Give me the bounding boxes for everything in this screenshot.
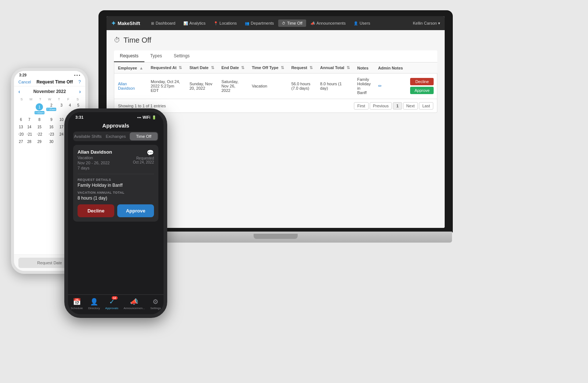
nav-analytics[interactable]: 📊 Analytics bbox=[180, 19, 209, 27]
col-employee[interactable]: Employee ▲ bbox=[114, 62, 147, 74]
pf-nav-settings[interactable]: ⚙ Settings bbox=[150, 298, 161, 310]
cal-day[interactable] bbox=[25, 102, 33, 116]
pf-tab-exchanges[interactable]: Exchanges bbox=[102, 132, 130, 140]
brand-name: MakeShift bbox=[118, 21, 140, 26]
col-timeoff-type[interactable]: Time Off Type ⇅ bbox=[248, 62, 287, 74]
cal-day[interactable]: 29 bbox=[34, 138, 45, 145]
cell-timeoff-type: Vacation bbox=[248, 74, 287, 99]
pf-tab-available-shifts[interactable]: Available Shifts bbox=[74, 132, 102, 140]
cal-day[interactable]: *20 bbox=[17, 131, 25, 138]
announcements-nav-icon: 📣 bbox=[130, 298, 138, 306]
col-requested-at[interactable]: Requested At ⇅ bbox=[147, 62, 186, 74]
pf-request-details-label: REQUEST DETAILS bbox=[78, 178, 154, 182]
pf-decline-button[interactable]: Decline bbox=[78, 204, 114, 217]
pf-nav-settings-label: Settings bbox=[150, 307, 161, 310]
cal-prev-arrow[interactable]: ‹ bbox=[18, 89, 20, 94]
employee-link[interactable]: Allan Davidson bbox=[118, 82, 135, 90]
nav-users[interactable]: 👤 Users bbox=[350, 19, 374, 27]
pf-requested: 💬 Requested Oct 24, 2022 bbox=[133, 149, 154, 164]
pf-approve-button[interactable]: Approve bbox=[117, 204, 154, 217]
pf-tab-timeoff[interactable]: Time Off bbox=[130, 132, 158, 140]
col-annual-total[interactable]: Annual Total ⇅ bbox=[316, 62, 354, 74]
pf-nav-schedule-label: Schedule bbox=[71, 307, 83, 310]
brand: ✦ MakeShift bbox=[111, 20, 140, 27]
cal-day[interactable]: *23 bbox=[46, 131, 57, 138]
nav-locations[interactable]: 📍 Locations bbox=[210, 19, 240, 27]
pf-chat-icon[interactable]: 💬 bbox=[147, 150, 154, 156]
cal-day[interactable]: *22 bbox=[34, 131, 45, 138]
pf-nav-schedule[interactable]: 📅 Schedule bbox=[71, 298, 83, 310]
pg-last[interactable]: Last bbox=[419, 102, 433, 110]
pf-card-header: Allan Davidson Vacation Nov 20 - 26, 202… bbox=[78, 149, 154, 170]
cell-notes: Family Holiday in Banff bbox=[354, 74, 374, 99]
col-start-date[interactable]: Start Date ⇅ bbox=[186, 62, 218, 74]
cal-day[interactable]: 7 bbox=[25, 116, 33, 123]
decline-button[interactable]: Decline bbox=[410, 78, 434, 85]
cal-day[interactable]: 13 bbox=[17, 124, 25, 130]
cal-day[interactable]: 9 bbox=[46, 116, 57, 123]
cal-day[interactable]: 1 7:00am bbox=[34, 102, 45, 116]
cell-action-buttons: Decline Approve bbox=[406, 74, 437, 99]
pagination-buttons: First Previous 1 Next Last bbox=[354, 102, 433, 110]
pg-next[interactable]: Next bbox=[403, 102, 418, 110]
pf-nav-approvals[interactable]: ✓ 12 Approvals bbox=[105, 298, 118, 310]
request-time-off-title: Request Time Off bbox=[36, 79, 73, 85]
cal-month-label: November 2022 bbox=[33, 89, 66, 94]
nav-departments-label: Departments bbox=[251, 21, 274, 25]
cal-day[interactable]: 27 bbox=[17, 138, 25, 145]
cal-next-arrow[interactable]: › bbox=[79, 89, 81, 94]
announcements-icon: 📣 bbox=[311, 21, 315, 25]
phone-back-status-bar: 3:29 ▪ ▪ ▪ bbox=[14, 71, 85, 78]
navbar: ✦ MakeShift ⊞ Dashboard 📊 Analytics 📍 Lo… bbox=[107, 16, 445, 30]
help-icon[interactable]: ? bbox=[78, 79, 81, 85]
user-menu[interactable]: Kellin Carson ▾ bbox=[413, 21, 440, 26]
phone-back-time: 3:29 bbox=[19, 73, 26, 77]
pf-time: 3:31 bbox=[75, 115, 83, 119]
pf-nav-directory[interactable]: 👤 Directory bbox=[88, 298, 100, 310]
col-request[interactable]: Request ⇅ bbox=[288, 62, 316, 74]
cal-day[interactable]: 30 bbox=[46, 138, 57, 145]
cal-day[interactable]: 2 7:00am bbox=[46, 102, 57, 116]
tab-settings[interactable]: Settings bbox=[168, 50, 196, 62]
approve-button[interactable]: Approve bbox=[410, 87, 434, 94]
laptop-notch bbox=[254, 234, 298, 239]
nav-departments[interactable]: 👥 Departments bbox=[241, 19, 277, 27]
col-actions bbox=[406, 62, 437, 74]
edit-admin-notes-icon[interactable]: ✏ bbox=[378, 83, 382, 89]
pf-title: Approvals bbox=[68, 121, 164, 132]
cal-day[interactable]: 28 bbox=[25, 138, 33, 145]
cal-day[interactable]: 16 bbox=[46, 124, 57, 130]
cal-day[interactable]: 15 bbox=[34, 124, 45, 130]
cell-start-date: Sunday, Nov 20, 2022 bbox=[186, 74, 218, 99]
cal-day[interactable]: 3 bbox=[57, 102, 65, 116]
cal-day[interactable]: 6 bbox=[17, 116, 25, 123]
pf-days: 7 days bbox=[78, 166, 112, 170]
pg-previous[interactable]: Previous bbox=[370, 102, 392, 110]
shift-badge: 7:00am bbox=[35, 111, 44, 114]
pg-first[interactable]: First bbox=[354, 102, 368, 110]
nav-timeoff[interactable]: ⏱ Time Off bbox=[278, 19, 306, 27]
nav-dashboard[interactable]: ⊞ Dashboard bbox=[147, 19, 179, 27]
pf-timeoff-type: Vacation bbox=[78, 155, 112, 160]
cell-admin-notes: ✏ bbox=[374, 74, 407, 99]
pf-requested-label: Requested bbox=[133, 156, 154, 160]
pf-employee-name: Allan Davidson bbox=[78, 149, 112, 155]
cancel-button[interactable]: Cancel bbox=[18, 80, 31, 84]
pf-nav-approvals-label: Approvals bbox=[105, 307, 118, 310]
pf-action-buttons: Decline Approve bbox=[78, 204, 154, 217]
cal-day[interactable]: *21 bbox=[25, 131, 33, 138]
page-tabs: Requests Types Settings bbox=[114, 50, 437, 62]
pg-1[interactable]: 1 bbox=[393, 102, 402, 110]
pf-nav-announcements[interactable]: 📣 Announcemen... bbox=[123, 298, 145, 310]
cal-day[interactable]: 14 bbox=[25, 124, 33, 130]
wifi-icon: WiFi bbox=[143, 115, 150, 119]
cell-employee: Allan Davidson bbox=[114, 74, 147, 99]
tab-types[interactable]: Types bbox=[144, 50, 168, 62]
col-end-date[interactable]: End Date ⇅ bbox=[218, 62, 248, 74]
nav-announcements[interactable]: 📣 Announcements bbox=[307, 19, 349, 27]
cal-day[interactable]: 8 bbox=[34, 116, 45, 123]
cell-end-date: Saturday, Nov 26, 2022 bbox=[218, 74, 248, 99]
cal-days-header: SMTWTFS bbox=[17, 97, 82, 102]
tab-requests[interactable]: Requests bbox=[114, 50, 144, 62]
requests-table: Employee ▲ Requested At ⇅ Start Date ⇅ E… bbox=[114, 62, 437, 99]
